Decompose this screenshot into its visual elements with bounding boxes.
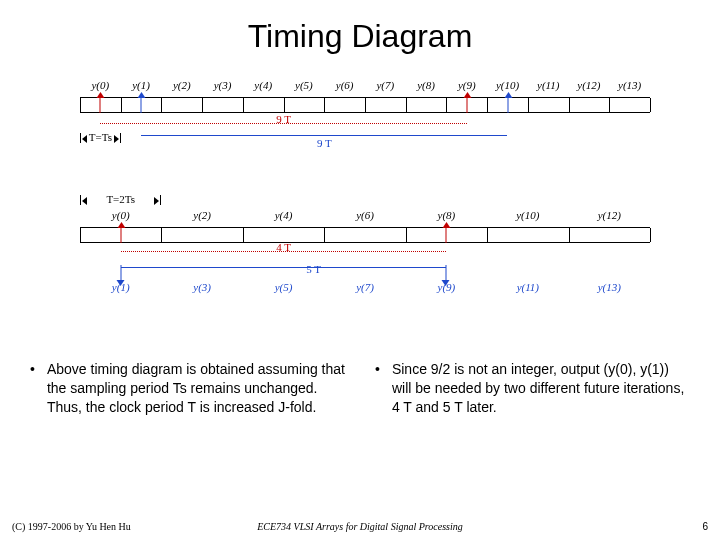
- tick: [487, 98, 488, 112]
- y-label: y(8): [417, 79, 435, 91]
- y-label-even: y(12): [598, 209, 621, 221]
- y-label: y(4): [254, 79, 272, 91]
- tick: [609, 98, 610, 112]
- y-label: y(12): [577, 79, 600, 91]
- y-label-even: y(6): [356, 209, 374, 221]
- tick: [324, 98, 325, 112]
- bullet-right: • Since 9/2 is not an integer, output (y…: [375, 360, 690, 417]
- top-strip: [80, 97, 650, 113]
- bullet-left: • Above timing diagram is obtained assum…: [30, 360, 345, 417]
- tick: [243, 228, 244, 242]
- bracket-2ts: T=2Ts: [80, 195, 161, 205]
- bullet-right-text: Since 9/2 is not an integer, output (y(0…: [392, 360, 690, 417]
- bullet-dot-icon: •: [375, 360, 380, 417]
- tick: [406, 228, 407, 242]
- dep-arrow-icon: [100, 97, 101, 113]
- span-5t-blue: [121, 267, 447, 269]
- y-label: y(10): [496, 79, 519, 91]
- y-label-even: y(2): [193, 209, 211, 221]
- y-label: y(11): [537, 79, 559, 91]
- footer-course: ECE734 VLSI Arrays for Digital Signal Pr…: [257, 521, 463, 532]
- dep-arrow-icon: [120, 227, 121, 243]
- bullet-left-text: Above timing diagram is obtained assumin…: [47, 360, 345, 417]
- bottom-strip: [80, 227, 650, 243]
- y-label: y(7): [376, 79, 394, 91]
- tick: [365, 98, 366, 112]
- tick: [80, 228, 81, 242]
- dep-arrow-icon: [466, 97, 467, 113]
- span-5t-label: 5 T: [306, 263, 321, 275]
- tick: [650, 228, 651, 242]
- y-label: y(3): [214, 79, 232, 91]
- y-label-even: y(10): [516, 209, 539, 221]
- tick: [80, 98, 81, 112]
- dep-arrow-icon: [446, 227, 447, 243]
- tick: [446, 98, 447, 112]
- y-label: y(6): [336, 79, 354, 91]
- tick: [569, 228, 570, 242]
- bracket-ts-label: T=Ts: [88, 131, 113, 143]
- y-label: y(1): [132, 79, 150, 91]
- bullet-dot-icon: •: [30, 360, 35, 417]
- timing-diagram: y(0)y(1)y(2)y(3)y(4)y(5)y(6)y(7)y(8)y(9)…: [80, 61, 670, 311]
- tick: [161, 228, 162, 242]
- tick: [243, 98, 244, 112]
- bullet-row: • Above timing diagram is obtained assum…: [30, 360, 690, 417]
- tick: [487, 228, 488, 242]
- bracket-2ts-label: T=2Ts: [105, 193, 136, 205]
- dep-arrow-icon: [141, 97, 142, 113]
- tick: [406, 98, 407, 112]
- y-label-odd: y(13): [598, 281, 621, 293]
- bracket-ts: T=Ts: [80, 133, 121, 143]
- tick: [528, 98, 529, 112]
- y-label-odd: y(7): [356, 281, 374, 293]
- y-label: y(0): [91, 79, 109, 91]
- footer-page: 6: [702, 521, 708, 532]
- y-label: y(2): [173, 79, 191, 91]
- footer: (C) 1997-2006 by Yu Hen Hu ECE734 VLSI A…: [12, 521, 708, 532]
- span-9t-red-label: 9 T: [276, 113, 291, 125]
- tick: [284, 98, 285, 112]
- y-label-even: y(4): [275, 209, 293, 221]
- page-title: Timing Diagram: [0, 18, 720, 55]
- y-label-odd: y(11): [517, 281, 539, 293]
- span-4t-label: 4 T: [276, 241, 291, 253]
- tick: [121, 98, 122, 112]
- dep-arrow-icon: [507, 97, 508, 113]
- tick: [324, 228, 325, 242]
- y-label: y(13): [618, 79, 641, 91]
- y-label-odd: y(3): [193, 281, 211, 293]
- footer-copyright: (C) 1997-2006 by Yu Hen Hu: [12, 521, 131, 532]
- y-label: y(9): [458, 79, 476, 91]
- y-label-even: y(0): [112, 209, 130, 221]
- tick: [161, 98, 162, 112]
- y-label-even: y(8): [438, 209, 456, 221]
- y-label: y(5): [295, 79, 313, 91]
- tick: [569, 98, 570, 112]
- span-9t-blue-label: 9 T: [317, 137, 332, 149]
- tick: [650, 98, 651, 112]
- y-label-odd: y(5): [275, 281, 293, 293]
- tick: [202, 98, 203, 112]
